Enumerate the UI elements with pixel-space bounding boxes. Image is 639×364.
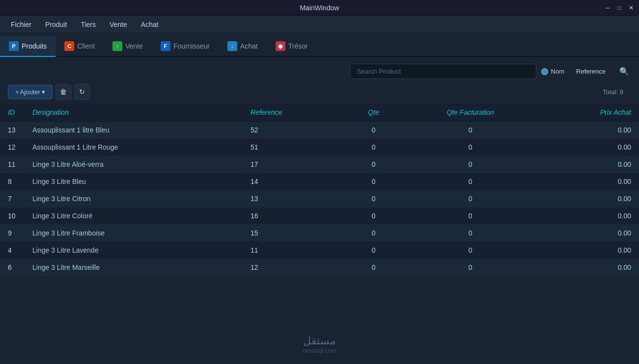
cell-id: 4: [0, 242, 25, 259]
cell-qte: 0: [345, 242, 402, 259]
tab-achat-icon: ↓: [227, 41, 237, 51]
close-button[interactable]: ✕: [627, 4, 635, 12]
restore-button[interactable]: □: [615, 4, 623, 12]
cell-id: 8: [0, 173, 25, 190]
cell-qte: 0: [345, 173, 402, 190]
cell-prix-achat: 0.00: [538, 173, 639, 190]
col-qte-facturation: Qte Facturation: [402, 104, 538, 122]
cell-reference: 16: [243, 208, 345, 225]
search-area: Nom Reference 🔍: [350, 64, 631, 79]
col-prix-achat: Prix Achat: [538, 104, 639, 122]
refresh-icon: ↻: [79, 88, 85, 96]
tab-produits[interactable]: P Produits: [0, 36, 56, 57]
table-header-row: ID Designation Reference Qte Qte Factura…: [0, 104, 639, 122]
cell-id: 10: [0, 208, 25, 225]
table-row[interactable]: 8 Linge 3 Litre Bleu 14 0 0 0.00: [0, 173, 639, 190]
table-row[interactable]: 9 Linge 3 Litre Framboise 15 0 0 0.00: [0, 225, 639, 242]
tab-produits-label: Produits: [22, 42, 47, 50]
cell-qte-facturation: 0: [402, 225, 538, 242]
cell-id: 9: [0, 225, 25, 242]
cell-id: 6: [0, 259, 25, 276]
refresh-button[interactable]: ↻: [74, 84, 90, 100]
tab-tresor[interactable]: ◉ Trésor: [267, 36, 317, 57]
menu-fichier[interactable]: Fichier: [4, 18, 38, 31]
titlebar-title: MainWindow: [300, 4, 339, 12]
table-body: 13 Assouplissant 1 litre Bleu 52 0 0 0.0…: [0, 122, 639, 276]
add-icon: +: [15, 88, 19, 96]
table-container: ID Designation Reference Qte Qte Factura…: [0, 104, 639, 276]
cell-prix-achat: 0.00: [538, 156, 639, 173]
trash-icon: 🗑: [60, 88, 67, 96]
delete-button[interactable]: 🗑: [56, 84, 71, 100]
cell-reference: 17: [243, 156, 345, 173]
tab-fournisseur-icon: F: [161, 41, 170, 51]
col-designation: Designation: [25, 104, 243, 122]
footer: مستقل mostaql.com: [303, 335, 336, 354]
cell-reference: 51: [243, 139, 345, 156]
radio-group-nom: Nom: [541, 68, 571, 75]
cell-designation: Linge 3 Litre Aloé-verra: [25, 156, 243, 173]
table-row[interactable]: 11 Linge 3 Litre Aloé-verra 17 0 0 0.00: [0, 156, 639, 173]
table-row[interactable]: 12 Assouplissant 1 Litre Rouge 51 0 0 0.…: [0, 139, 639, 156]
cell-prix-achat: 0.00: [538, 190, 639, 208]
cell-qte-facturation: 0: [402, 122, 538, 139]
cell-qte-facturation: 0: [402, 173, 538, 190]
tab-vente[interactable]: ↑ Vente: [104, 36, 152, 57]
tab-achat[interactable]: ↓ Achat: [219, 36, 267, 57]
tab-client[interactable]: C Client: [56, 36, 104, 57]
cell-reference: 13: [243, 190, 345, 208]
total-label: Total: 9: [603, 88, 631, 96]
titlebar: MainWindow ─ □ ✕: [0, 0, 639, 16]
footer-arabic: مستقل: [303, 335, 336, 347]
cell-id: 12: [0, 139, 25, 156]
menu-achat[interactable]: Achat: [134, 18, 166, 31]
cell-qte-facturation: 0: [402, 208, 538, 225]
titlebar-controls: ─ □ ✕: [604, 4, 635, 12]
tab-tresor-label: Trésor: [288, 42, 308, 50]
add-button[interactable]: + Ajouter ▾: [8, 85, 53, 99]
menu-vente[interactable]: Vente: [103, 18, 134, 31]
search-button[interactable]: 🔍: [617, 65, 631, 78]
cell-qte: 0: [345, 156, 402, 173]
tab-vente-icon: ↑: [112, 41, 122, 51]
cell-qte: 0: [345, 139, 402, 156]
menubar: Fichier Produit Tiers Vente Achat: [0, 16, 639, 33]
cell-qte: 0: [345, 208, 402, 225]
table-row[interactable]: 13 Assouplissant 1 litre Bleu 52 0 0 0.0…: [0, 122, 639, 139]
cell-designation: Assouplissant 1 litre Bleu: [25, 122, 243, 139]
table-row[interactable]: 10 Linge 3 Litre Coloré 16 0 0 0.00: [0, 208, 639, 225]
cell-designation: Linge 3 Litre Marseille: [25, 259, 243, 276]
cell-reference: 52: [243, 122, 345, 139]
search-input[interactable]: [350, 64, 536, 79]
cell-prix-achat: 0.00: [538, 259, 639, 276]
cell-designation: Linge 3 Litre Framboise: [25, 225, 243, 242]
cell-designation: Assouplissant 1 Litre Rouge: [25, 139, 243, 156]
cell-prix-achat: 0.00: [538, 208, 639, 225]
cell-id: 7: [0, 190, 25, 208]
table-row[interactable]: 6 Linge 3 Litre Marseille 12 0 0 0.00: [0, 259, 639, 276]
cell-qte-facturation: 0: [402, 190, 538, 208]
cell-designation: Linge 3 Litre Citron: [25, 190, 243, 208]
col-id: ID: [0, 104, 25, 122]
toolbar-row: + Ajouter ▾ 🗑 ↻ Total: 9: [0, 84, 639, 104]
cell-qte-facturation: 0: [402, 156, 538, 173]
minimize-button[interactable]: ─: [604, 4, 611, 12]
tab-fournisseur-label: Fournisseur: [173, 42, 210, 50]
cell-id: 13: [0, 122, 25, 139]
cell-reference: 12: [243, 259, 345, 276]
tab-client-label: Client: [77, 42, 95, 50]
radio-nom-label[interactable]: Nom: [551, 68, 564, 75]
table-row[interactable]: 7 Linge 3 Litre Citron 13 0 0 0.00: [0, 190, 639, 208]
cell-qte: 0: [345, 122, 402, 139]
tab-fournisseur[interactable]: F Fournisseur: [152, 36, 219, 57]
cell-qte: 0: [345, 259, 402, 276]
table-row[interactable]: 4 Linge 3 Litre Lavende 11 0 0 0.00: [0, 242, 639, 259]
col-reference: Reference: [243, 104, 345, 122]
cell-designation: Linge 3 Litre Bleu: [25, 173, 243, 190]
tab-vente-label: Vente: [125, 42, 143, 50]
tab-achat-label: Achat: [240, 42, 258, 50]
radio-reference-label[interactable]: Reference: [576, 68, 606, 75]
add-button-label: Ajouter ▾: [20, 88, 46, 96]
menu-produit[interactable]: Produit: [38, 18, 74, 31]
menu-tiers[interactable]: Tiers: [74, 18, 103, 31]
